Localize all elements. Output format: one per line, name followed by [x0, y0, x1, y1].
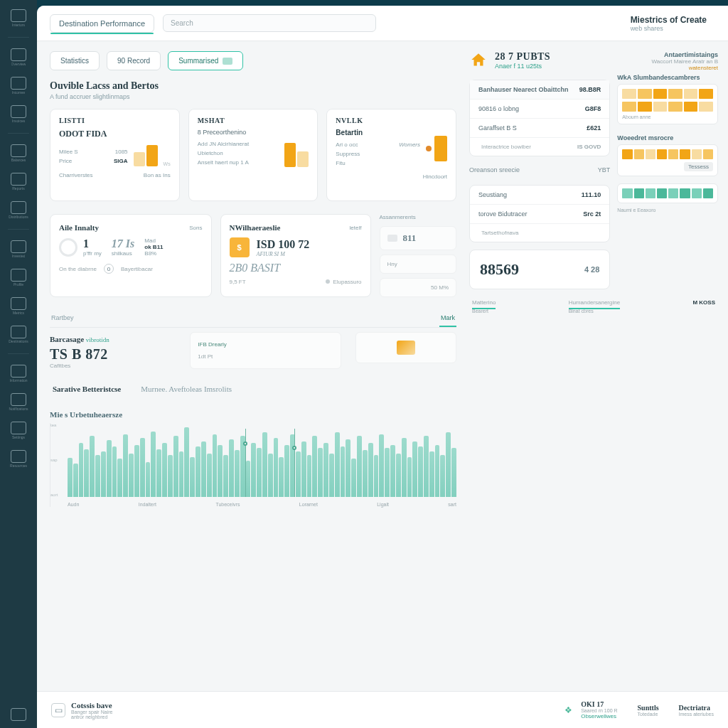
- metric-card-0[interactable]: LISTTI ODOT FIDA Milee S1085 PriceSIGA: [50, 109, 180, 201]
- bar-icon: [284, 143, 296, 167]
- bar-icon: [146, 145, 158, 166]
- image-icon: [11, 269, 26, 282]
- r-subtab-c: M KOSS: [692, 299, 715, 306]
- panel-icon: [11, 326, 26, 338]
- metric-card-2[interactable]: NVLLK Betartin Ari o occWomers Suppress …: [326, 109, 456, 201]
- gear-icon: [11, 422, 26, 434]
- card-icon: ▭: [51, 703, 65, 717]
- r-subtitle: Anaer f 11 u25ts: [495, 63, 550, 70]
- bar-icon: [297, 151, 309, 167]
- list-row[interactable]: Tartsethofnava: [470, 224, 609, 242]
- chat-icon: [11, 9, 26, 22]
- footer-item-2[interactable]: Sunttls Totedade: [638, 704, 659, 717]
- panel-currency: NWilhaeraeslie letelf $ ISD 100 72 AFIUR…: [220, 214, 371, 297]
- section-title: Ouvible Lacss and Bertos: [50, 80, 456, 92]
- mini-tab-0[interactable]: Rartbey: [50, 310, 75, 327]
- r-subtab-a[interactable]: Matterino: [472, 299, 496, 309]
- bar-icon: [434, 136, 447, 161]
- bell-icon: [11, 393, 26, 406]
- sidebar-item-7[interactable]: Invested: [4, 235, 33, 262]
- leaf-icon: ❖: [561, 703, 575, 717]
- spark-icon: [223, 58, 232, 65]
- sidebar-item-4[interactable]: Balances: [4, 139, 33, 166]
- page-subtitle: web shares: [631, 25, 707, 32]
- sidebar-item-10[interactable]: Destinations: [4, 321, 33, 348]
- balance-label: Barcasage vibrotidn: [50, 335, 176, 343]
- screen-icon: [11, 48, 26, 61]
- list-row[interactable]: Banhauser Nearect Obaittchn98.B8R: [470, 80, 609, 100]
- page-title-block: Miestrics of Create web shares: [631, 15, 715, 32]
- right-column: 28 7 PUBTS Anaer f 11 u25ts Antaertimist…: [465, 41, 728, 691]
- sidebar-item-14[interactable]: Resources: [4, 445, 33, 472]
- grid-icon: [11, 201, 26, 214]
- sidebar-item-6[interactable]: Distributions: [4, 196, 33, 223]
- filter-pill-statistics[interactable]: Statistics: [50, 51, 100, 70]
- panel-assignments: Assanmerents 811 Hny 50 M%: [380, 214, 457, 297]
- mini-tabs: Rartbey Mark: [50, 310, 456, 328]
- sidebar-item-12[interactable]: Notifications: [4, 388, 33, 415]
- footer: ▭ Cotssis bave Banger spair Naire antror…: [37, 691, 728, 728]
- thumb-icon: [387, 235, 397, 242]
- breadcrumb[interactable]: Destination Performance: [50, 14, 154, 33]
- list-row[interactable]: Interactrice bowiberIS GOVD: [470, 138, 609, 156]
- swatch-card-amber[interactable]: Abourn anne: [617, 84, 718, 124]
- list-row[interactable]: Garaffset B S£621: [470, 119, 609, 138]
- bar-icon: [134, 152, 145, 166]
- balance-hint: Cafitbes: [50, 363, 176, 369]
- swatch-card-amber-2[interactable]: Tessess: [617, 144, 718, 176]
- currency-icon: $: [230, 237, 250, 257]
- r-list-1: Banhauser Nearect Obaittchn98.B8R 90816 …: [469, 80, 610, 156]
- list-row[interactable]: 90816 o lobngG8F8: [470, 100, 609, 119]
- layout-icon: [11, 77, 26, 90]
- badge-icon: 0: [104, 264, 114, 274]
- sidebar-item-11[interactable]: Information: [4, 360, 33, 387]
- sidebar: Interiors Overview Incomes Invoices Bala…: [0, 0, 37, 728]
- tab-button-1[interactable]: Murnee. Aveftoleas Imsrolits: [138, 379, 235, 400]
- sidebar-item-8[interactable]: Profile: [4, 264, 33, 291]
- sidebar-item-5[interactable]: Reports: [4, 168, 33, 195]
- progress-ring-icon: [59, 238, 77, 257]
- search-input[interactable]: Search: [163, 14, 376, 32]
- section-subtitle: A fund accruer slightlinmaps: [50, 93, 456, 100]
- sidebar-item-3[interactable]: Invoices: [4, 100, 33, 127]
- footer-item-0[interactable]: ▭ Cotssis bave Banger spair Naire antror…: [51, 701, 112, 719]
- list-row[interactable]: torove BidutracerSrc 2t: [470, 205, 609, 224]
- books-icon: [11, 708, 26, 721]
- dot-icon: [426, 146, 432, 151]
- main: Destination Performance Search Miestrics…: [37, 6, 728, 728]
- mini-tab-1[interactable]: Mark: [439, 310, 456, 327]
- footer-item-3[interactable]: Dectriatra Imess ateriubes: [679, 704, 714, 717]
- r-subtab-b[interactable]: Humandersanergine: [569, 299, 621, 309]
- card-icon: [11, 173, 26, 186]
- area-chart[interactable]: tea sap aort Audn Indaltert Tubeceivrs L…: [50, 423, 456, 507]
- sublink-b[interactable]: 1dt Pt: [198, 350, 333, 363]
- sidebar-item-9[interactable]: Metrics: [4, 292, 33, 319]
- sidebar-item-2[interactable]: Incomes: [4, 72, 33, 99]
- sublink-a[interactable]: IFB Drearly: [198, 338, 333, 350]
- r-big-metric: 88569 4 28: [469, 250, 610, 289]
- thumbnail-icon: [397, 341, 415, 355]
- filter-pill-summarised[interactable]: Summarised: [168, 51, 243, 70]
- sidebar-item-0[interactable]: Interiors: [4, 4, 33, 31]
- box-icon: [11, 240, 26, 253]
- panel-activity: Aile Innalty Sons 1 p'ffr my: [50, 214, 212, 297]
- r-list-2: Seustiang111.10 torove BidutracerSrc 2t …: [469, 185, 610, 242]
- sidebar-item-1[interactable]: Overview: [4, 43, 33, 70]
- doc-icon: [11, 105, 26, 118]
- swatch-card-green[interactable]: [617, 183, 718, 203]
- list-row[interactable]: Seustiang111.10: [470, 186, 609, 205]
- sidebar-item-books[interactable]: [4, 701, 33, 728]
- trend-icon: [11, 297, 26, 310]
- metric-card-1[interactable]: MSHAT 8 Preceorthenino Add JN Alcirhiane…: [188, 109, 318, 201]
- tab-button-0[interactable]: Sarative Betteristcse: [50, 379, 124, 400]
- info-icon: [11, 365, 26, 378]
- cloud-icon: [11, 450, 26, 463]
- house-icon: [469, 51, 488, 70]
- topbar: Destination Performance Search Miestrics…: [37, 6, 728, 41]
- filter-pill-record[interactable]: 90 Record: [107, 51, 161, 70]
- chart-title: Mie s Urbetuheaersze: [50, 410, 456, 419]
- page-title: Miestrics of Create: [631, 15, 707, 25]
- footer-item-1[interactable]: ❖ OKI 17 Saared rn 100 R Obserwellwes: [561, 700, 617, 719]
- sidebar-item-13[interactable]: Settings: [4, 417, 33, 444]
- chart-icon: [11, 144, 26, 157]
